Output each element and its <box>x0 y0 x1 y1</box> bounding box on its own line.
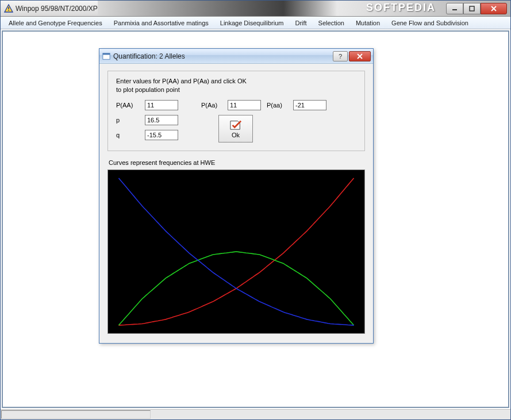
close-icon <box>356 53 363 59</box>
input-pAA[interactable] <box>145 100 178 110</box>
quantification-dialog: Quantification: 2 Alleles ? Enter values… <box>99 48 374 344</box>
dialog-help-button[interactable]: ? <box>333 51 348 61</box>
input-groupbox: Enter values for P(AA) and P(Aa) and cli… <box>107 71 365 151</box>
input-q[interactable] <box>145 130 178 140</box>
titlebar: Winpop 95/98/NT/2000/XP SOFTPEDIA <box>1 1 510 17</box>
menu-linkage[interactable]: Linkage Disequilibrium <box>214 18 290 28</box>
hwe-chart <box>107 169 365 334</box>
dialog-title: Quantification: 2 Alleles <box>113 52 333 60</box>
titlebar-background: SOFTPEDIA <box>98 1 510 16</box>
label-p: p <box>116 117 139 124</box>
dialog-titlebar[interactable]: Quantification: 2 Alleles ? <box>99 49 373 64</box>
help-icon: ? <box>339 53 342 60</box>
svg-rect-4 <box>470 6 474 11</box>
instructions: Enter values for P(AA) and P(Aa) and cli… <box>116 77 356 94</box>
menu-selection[interactable]: Selection <box>313 18 350 28</box>
window-title: Winpop 95/98/NT/2000/XP <box>16 5 98 13</box>
svg-rect-2 <box>8 10 9 11</box>
minimize-button[interactable] <box>446 3 463 14</box>
menu-mutation[interactable]: Mutation <box>350 18 386 28</box>
ok-button-label: Ok <box>232 132 240 138</box>
close-button[interactable] <box>481 3 507 14</box>
statusbar <box>1 409 510 419</box>
label-q: q <box>116 132 139 138</box>
menubar: Allele and Genotype Frequencies Panmixia… <box>1 17 510 29</box>
dialog-body: Enter values for P(AA) and P(Aa) and cli… <box>99 64 373 343</box>
label-paa: P(aa) <box>267 102 287 109</box>
menu-geneflow[interactable]: Gene Flow and Subdivision <box>386 18 474 28</box>
workspace: Quantification: 2 Alleles ? Enter values… <box>2 30 509 408</box>
input-pAa[interactable] <box>228 100 261 110</box>
window-controls <box>446 3 507 14</box>
app-icon <box>4 4 13 13</box>
menu-allele-genotype[interactable]: Allele and Genotype Frequencies <box>3 18 108 28</box>
instructions-line1: Enter values for P(AA) and P(Aa) and cli… <box>116 77 356 86</box>
menu-panmixia[interactable]: Panmixia and Assortative matings <box>108 18 214 28</box>
main-window: Winpop 95/98/NT/2000/XP SOFTPEDIA Allele… <box>0 0 511 420</box>
dialog-close-button[interactable] <box>349 51 371 61</box>
svg-rect-1 <box>8 7 9 9</box>
svg-rect-8 <box>103 53 110 55</box>
svg-marker-11 <box>230 121 240 129</box>
chart-caption: Curves represent frequencies at HWE <box>109 159 365 166</box>
menu-drift[interactable]: Drift <box>289 18 312 28</box>
label-pAA: P(AA) <box>116 102 139 109</box>
input-paa[interactable] <box>293 100 326 110</box>
ok-button[interactable]: Ok <box>218 115 253 142</box>
label-pAa: P(Aa) <box>201 102 222 109</box>
status-cell <box>1 410 151 419</box>
instructions-line2: to plot population point <box>116 86 356 94</box>
maximize-button[interactable] <box>463 3 481 14</box>
checkmark-icon <box>229 119 242 130</box>
dialog-icon <box>102 52 111 61</box>
input-p[interactable] <box>145 115 178 125</box>
softpedia-watermark: SOFTPEDIA <box>366 2 436 14</box>
